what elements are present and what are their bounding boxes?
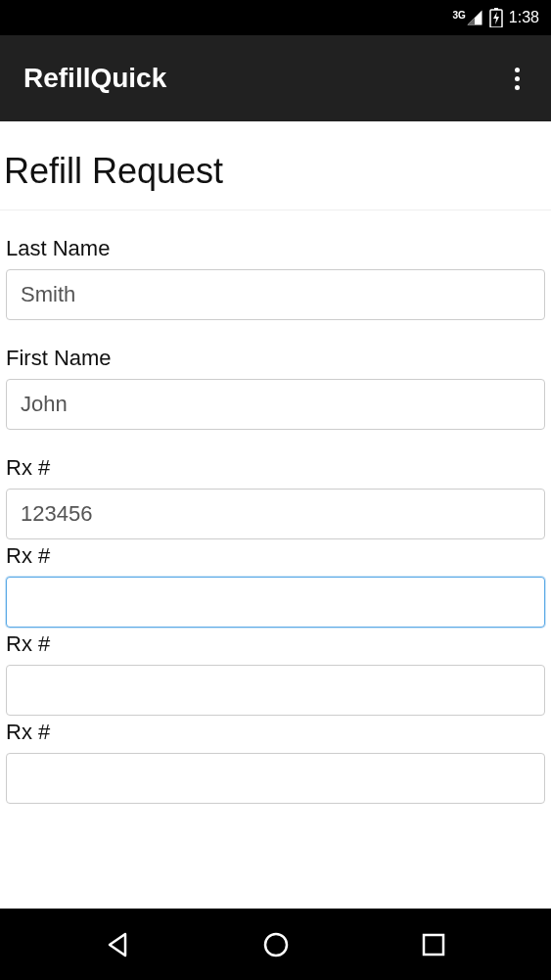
back-triangle-icon (104, 930, 133, 959)
rx-number-label-2: Rx # (6, 543, 545, 569)
app-title: RefillQuick (23, 63, 166, 94)
dots-vertical-icon (515, 68, 520, 72)
last-name-label: Last Name (6, 236, 545, 261)
rx-number-input-4[interactable] (6, 753, 545, 804)
back-button[interactable] (60, 930, 177, 959)
rx-number-label-1: Rx # (6, 455, 545, 481)
last-name-input[interactable] (6, 269, 545, 320)
rx-number-input-3[interactable] (6, 665, 545, 716)
clock-label: 1:38 (509, 9, 539, 26)
rx-number-input-2[interactable] (6, 577, 545, 628)
page-title: Refill Request (0, 121, 551, 210)
battery-charging-icon (489, 8, 503, 27)
main-content: Refill Request Last Name First Name Rx #… (0, 121, 551, 909)
network-type-label: 3G (453, 10, 466, 21)
svg-rect-1 (494, 8, 498, 10)
status-bar: 3G 1:38 (0, 0, 551, 35)
network-indicator: 3G (453, 9, 483, 26)
app-bar: RefillQuick (0, 35, 551, 121)
svg-point-2 (265, 934, 287, 956)
svg-rect-3 (424, 935, 443, 955)
home-circle-icon (261, 930, 291, 959)
navigation-bar (0, 909, 551, 980)
signal-icon (466, 9, 483, 26)
rx-number-label-3: Rx # (6, 631, 545, 657)
home-button[interactable] (217, 930, 335, 959)
first-name-label: First Name (6, 346, 545, 371)
rx-number-label-4: Rx # (6, 720, 545, 745)
overflow-menu-button[interactable] (507, 60, 528, 98)
rx-number-input-1[interactable] (6, 489, 545, 539)
recents-button[interactable] (375, 932, 492, 957)
recents-square-icon (421, 932, 446, 957)
first-name-input[interactable] (6, 379, 545, 430)
